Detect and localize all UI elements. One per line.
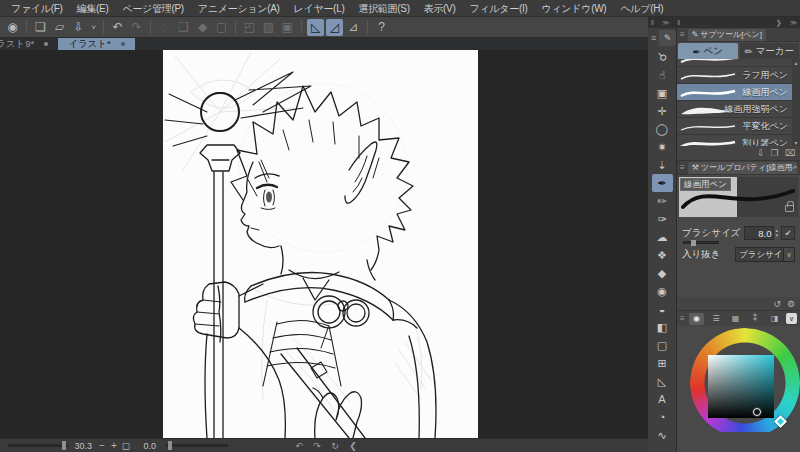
scroll-up-icon[interactable]: ▴	[794, 59, 797, 66]
raster-layer-icon[interactable]: ▨	[260, 19, 277, 36]
zoom-slider-thumb[interactable]	[62, 441, 66, 450]
decoration-tool-icon[interactable]: ❖	[652, 246, 673, 264]
tab-color-slider-icon[interactable]: ☰	[708, 313, 724, 325]
reset-rotation-button[interactable]: ↻	[328, 441, 342, 451]
menu-view[interactable]: 表示(V)	[417, 0, 463, 17]
invert-selection-icon[interactable]: ❑	[175, 19, 192, 36]
auto-select-tool-icon[interactable]: ✷	[652, 138, 673, 156]
tab-intermediate-color-icon[interactable]: ⁑	[747, 313, 763, 325]
snap-to-special-ruler-icon[interactable]: ◿	[326, 19, 343, 36]
tool-property-menu-icon[interactable]: ≡	[680, 163, 685, 172]
help-icon[interactable]: ?	[373, 19, 390, 36]
brush-list-scrollbar[interactable]: ▴ ▾	[792, 59, 800, 146]
rotate-right-button[interactable]: ↷	[310, 441, 324, 451]
zoom-in-button[interactable]: +	[108, 440, 120, 451]
save-icon[interactable]: ⇩	[70, 19, 87, 36]
brush-tool-icon[interactable]: ✑	[652, 210, 673, 228]
saturation-value-square[interactable]	[708, 355, 774, 418]
gradient-tool-icon[interactable]: ◧	[652, 318, 673, 336]
border-effect-icon[interactable]: ◰	[241, 19, 258, 36]
eyedropper-tool-icon[interactable]: ⇣	[652, 156, 673, 174]
rotation-slider[interactable]	[166, 444, 228, 447]
menu-filter[interactable]: フィルター(I)	[463, 0, 535, 17]
scroll-down-icon[interactable]: ▾	[794, 139, 797, 146]
lock-icon[interactable]	[785, 205, 794, 212]
rotation-slider-thumb[interactable]	[168, 441, 172, 450]
snap-to-ruler-icon[interactable]: ◺	[307, 19, 324, 36]
brush-size-stepper[interactable]: ▴ ▾	[775, 228, 778, 238]
snap-to-grid-icon[interactable]: ⊿	[345, 19, 362, 36]
expand-panel-icon[interactable]: ❯	[776, 19, 782, 27]
fill-tool-icon[interactable]: ◒	[652, 300, 673, 318]
airbrush-tool-icon[interactable]: ☁	[652, 228, 673, 246]
brush-size-dynamics-button[interactable]: ✔	[781, 226, 795, 240]
collapse-dock-icon[interactable]: ≫	[662, 19, 669, 27]
duplicate-subtool-icon[interactable]: ❐	[771, 148, 779, 158]
figure-tool-icon[interactable]: ▢	[652, 336, 673, 354]
document-tab-active[interactable]: イラスト*	[58, 38, 135, 50]
panel-expand-chevron-icon[interactable]: ∨	[786, 313, 797, 324]
undo-icon[interactable]: ↶	[109, 19, 126, 36]
tab-color-wheel-icon[interactable]: ◉	[689, 313, 705, 325]
deselect-icon[interactable]: ◌	[156, 19, 173, 36]
layer-mask-icon[interactable]: ▣	[279, 19, 296, 36]
fit-to-screen-button[interactable]: ◻	[120, 440, 132, 451]
blend-tool-icon[interactable]: ◉	[652, 282, 673, 300]
rotate-left-button[interactable]: ↶	[292, 441, 306, 451]
menu-help[interactable]: ヘルプ(H)	[613, 0, 670, 17]
panel-grip-icon[interactable]: ‖	[677, 19, 680, 26]
panel-grip-icon[interactable]: ‖	[651, 19, 654, 26]
new-file-icon[interactable]: ❏	[32, 19, 49, 36]
pencil-tool-icon[interactable]: ✏	[652, 192, 673, 210]
tool-palette-menu-icon[interactable]: ≡	[648, 33, 659, 43]
erase-selection-icon[interactable]: ◆	[194, 19, 211, 36]
zoom-slider[interactable]	[8, 444, 68, 447]
tab-color-set-icon[interactable]: ▦	[728, 313, 744, 325]
subtool-panel-tab[interactable]: ✎ サブツール[ペン]	[688, 29, 766, 41]
ruler-tool-icon[interactable]: ◺	[652, 372, 673, 390]
tool-property-tab[interactable]: ⚒ ツールプロパティ[線画用ペン]	[688, 162, 797, 174]
color-wheel-menu-icon[interactable]: ≡	[680, 314, 685, 323]
brush-size-slider[interactable]	[683, 241, 719, 244]
menu-layer[interactable]: レイヤー(L)	[287, 0, 352, 17]
reset-to-default-icon[interactable]: ↺	[773, 299, 781, 309]
brush-row-chopstick-pen[interactable]: 割り箸ペン	[677, 135, 792, 146]
delete-subtool-icon[interactable]: ⌧	[785, 148, 795, 158]
lasso-tool-icon[interactable]: ◯	[652, 120, 673, 138]
brush-size-value[interactable]: 8.0	[744, 226, 774, 240]
sub-tool-detail-icon[interactable]: ⚙	[787, 299, 795, 309]
brush-row-lineart-pressure-pen[interactable]: 線画用強弱ペン	[677, 101, 792, 118]
pen-tool-icon[interactable]: ✒	[652, 174, 673, 192]
import-subtool-icon[interactable]: ⇩	[757, 148, 765, 158]
eraser-tool-icon[interactable]: ◆	[652, 264, 673, 282]
open-file-icon[interactable]: ▱	[51, 19, 68, 36]
frame-border-tool-icon[interactable]: ⊞	[652, 354, 673, 372]
menu-page-manage[interactable]: ページ管理(P)	[115, 0, 190, 17]
move-tool-icon[interactable]: ✛	[652, 102, 673, 120]
brush-row-flat-pen[interactable]: 平変化ペン	[677, 118, 792, 135]
document-tab-background[interactable]: ラスト9*	[0, 38, 58, 50]
in-out-dropdown[interactable]: ブラシサイズ ブラ ∨	[735, 247, 795, 262]
flip-view-button[interactable]: ❮	[346, 441, 360, 451]
drawing-canvas[interactable]	[163, 50, 478, 438]
redo-icon[interactable]: ↷	[128, 19, 145, 36]
brush-row-rough-pen[interactable]: ラフ用ペン	[677, 67, 792, 84]
menu-file[interactable]: ファイル(F)	[4, 0, 70, 17]
sv-cursor[interactable]	[753, 408, 761, 416]
menu-animation[interactable]: アニメーション(A)	[191, 0, 287, 17]
balloon-tool-icon[interactable]: ◔	[652, 408, 673, 426]
tab-close-dot-icon[interactable]	[44, 42, 48, 46]
brush-row-clipped[interactable]	[677, 59, 792, 67]
tab-pen[interactable]: ✒ ペン	[678, 43, 738, 59]
tab-approximate-color-icon[interactable]: ◨	[767, 313, 783, 325]
transform-icon[interactable]: ▢	[213, 19, 230, 36]
line-correction-tool-icon[interactable]: ∿	[652, 426, 673, 444]
menu-selection[interactable]: 選択範囲(S)	[351, 0, 416, 17]
save-dropdown-icon[interactable]: ˅	[89, 19, 98, 36]
tab-marker[interactable]: ✏ マーカー	[740, 43, 800, 59]
tab-close-dot-icon[interactable]	[121, 42, 125, 46]
zoom-out-button[interactable]: −	[96, 440, 108, 451]
operation-tool-icon[interactable]: ▣	[652, 84, 673, 102]
menu-window[interactable]: ウィンドウ(W)	[535, 0, 614, 17]
menu-edit[interactable]: 編集(E)	[70, 0, 116, 17]
